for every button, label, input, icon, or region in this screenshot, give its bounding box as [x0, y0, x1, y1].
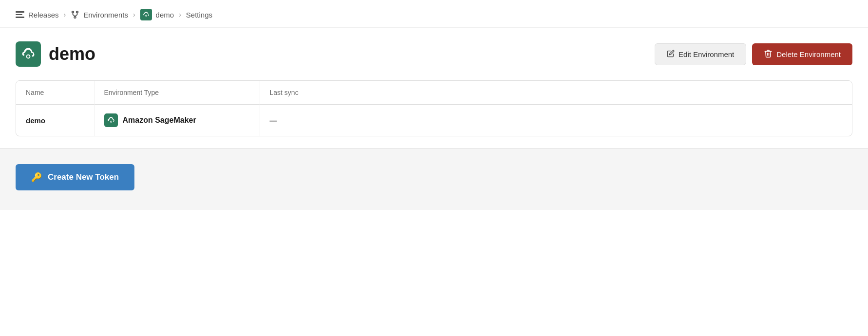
env-icon-large [16, 41, 41, 67]
cell-name: demo [16, 105, 94, 136]
svg-point-8 [146, 15, 147, 16]
svg-point-12 [111, 121, 112, 122]
page-wrapper: Releases › Environments › [0, 0, 868, 336]
cell-last-sync: — [260, 105, 852, 136]
svg-point-1 [76, 11, 78, 13]
breadcrumb-settings[interactable]: Settings [186, 11, 212, 19]
env-table: Name Environment Type Last sync demo [16, 81, 852, 136]
col-header-type: Environment Type [94, 81, 260, 105]
breadcrumb-settings-label: Settings [186, 11, 212, 19]
sagemaker-icon-breadcrumb [140, 9, 152, 20]
breadcrumb-sep-3: › [179, 11, 181, 19]
cell-type: Amazon SageMaker [94, 105, 260, 136]
breadcrumb-sep-2: › [133, 11, 135, 19]
create-token-label: Create New Token [48, 172, 119, 182]
breadcrumb-sep-1: › [64, 11, 66, 19]
col-header-name: Name [16, 81, 94, 105]
sagemaker-icon-table [104, 113, 118, 127]
key-icon: 🔑 [31, 172, 42, 183]
breadcrumb-environments-label: Environments [83, 11, 128, 19]
edit-button-label: Edit Environment [679, 50, 734, 58]
svg-point-2 [74, 17, 76, 19]
cell-type-label: Amazon SageMaker [123, 116, 196, 125]
breadcrumb-demo-label: demo [156, 11, 174, 19]
table-row: demo Amazon SageMaker [16, 105, 852, 136]
action-buttons: Edit Environment Delete Environment [655, 43, 852, 65]
edit-environment-button[interactable]: Edit Environment [655, 43, 746, 65]
breadcrumb-environments[interactable]: Environments [71, 10, 128, 19]
bottom-section: 🔑 Create New Token [0, 149, 868, 210]
main-content: demo Edit Environment [0, 28, 868, 148]
breadcrumb-releases[interactable]: Releases [16, 11, 59, 19]
fork-icon [71, 10, 79, 19]
create-new-token-button[interactable]: 🔑 Create New Token [16, 164, 134, 190]
breadcrumb: Releases › Environments › [0, 0, 868, 28]
env-header: demo Edit Environment [16, 41, 852, 67]
col-header-sync: Last sync [260, 81, 852, 105]
env-title-group: demo [16, 41, 95, 67]
env-title: demo [49, 44, 95, 64]
env-table-wrapper: Name Environment Type Last sync demo [16, 80, 852, 136]
breadcrumb-releases-label: Releases [28, 11, 59, 19]
pencil-icon [667, 50, 675, 59]
svg-point-0 [72, 11, 74, 13]
trash-icon [764, 49, 773, 59]
hamburger-icon [16, 11, 24, 18]
svg-line-5 [73, 15, 75, 17]
delete-button-label: Delete Environment [776, 50, 841, 58]
breadcrumb-demo[interactable]: demo [140, 9, 174, 20]
svg-point-10 [27, 56, 30, 58]
svg-line-6 [75, 15, 77, 17]
delete-environment-button[interactable]: Delete Environment [752, 43, 852, 65]
